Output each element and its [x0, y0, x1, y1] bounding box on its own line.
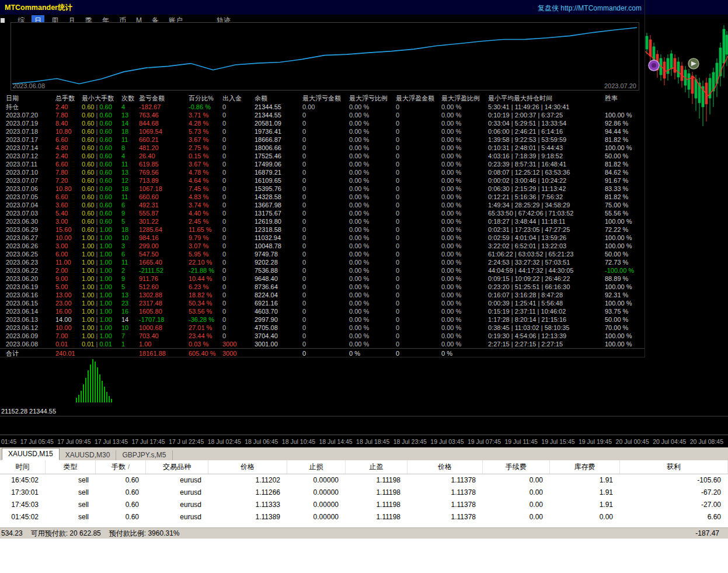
cell-deposit-withdrawal: 0: [222, 144, 255, 152]
cell-win-rate: 100.00 %: [605, 234, 642, 242]
tab-GBPJPY.s,M5[interactable]: GBPJPY.s,M5: [116, 450, 172, 460]
cell-max-float-profit: 0: [396, 307, 441, 315]
cell-max-float-loss: 0: [302, 119, 349, 127]
stats-col-header-5: 百分比%: [189, 93, 222, 103]
cell-min-max-lots: 1.00 | 1.00: [82, 315, 121, 324]
cell-holding-times: 1:39:58 | 9:22:53 | 53:59:59: [488, 136, 605, 144]
trades-col-header-5[interactable]: 止损: [287, 460, 346, 474]
stats-row[interactable]: 2023.07.122.400.60 | 0.60426.400.15 %017…: [0, 152, 645, 160]
cell-max-float-loss-pct: 0.00 %: [349, 160, 396, 168]
stats-col-header-0: 日期: [6, 93, 55, 103]
cell-date: 2023.06.15: [6, 299, 55, 307]
stats-row[interactable]: 2023.06.1210.001.00 | 1.00101000.6827.01…: [0, 324, 645, 332]
cell-symbol: eurusd: [146, 499, 208, 511]
cell-deposit-withdrawal: 0: [222, 217, 255, 225]
cell-percent: 2.75 %: [189, 144, 222, 152]
cell-win-rate: 83.33 %: [605, 185, 642, 193]
cell-min-max-lots: 1.00 | 1.00: [82, 283, 121, 291]
stats-row[interactable]: 2023.07.107.800.60 | 0.6013769.564.78 %0…: [0, 168, 645, 176]
stats-row[interactable]: 2023.06.2311.001.00 | 1.00111665.4022.10…: [0, 258, 645, 266]
stats-row[interactable]: 2023.06.209.001.00 | 1.009911.7610.44 %0…: [0, 275, 645, 283]
stats-row[interactable]: 2023.06.195.001.00 | 1.005512.606.23 %08…: [0, 283, 645, 291]
volume-bar: [111, 399, 112, 402]
cell-deposit-withdrawal: 0: [222, 160, 255, 168]
time-axis-label: 18 Jul 06:45: [245, 438, 278, 445]
trades-row[interactable]: 16:45:02sell0.60eurusd1.112020.000001.11…: [0, 474, 728, 487]
cell-max-float-loss: 0: [302, 168, 349, 176]
cell-count: 13: [121, 168, 139, 176]
stats-row[interactable]: 2023.07.198.400.60 | 0.6014844.684.28 %0…: [0, 119, 645, 127]
stats-row[interactable]: 2023.07.056.600.60 | 0.6011660.604.83 %0…: [0, 193, 645, 201]
trades-col-header-6[interactable]: 止盈: [346, 460, 407, 474]
stats-row[interactable]: 2023.07.176.600.60 | 0.6011660.213.67 %0…: [0, 136, 645, 144]
stats-row[interactable]: 2023.06.1314.001.00 | 1.0014-1707.18-36.…: [0, 315, 645, 324]
time-axis-label: 19 Jul 19:45: [579, 438, 612, 445]
cell-max-float-loss-pct: 0.00 %: [349, 307, 396, 315]
cell-min-max-lots: 1.00 | 1.00: [82, 242, 121, 250]
trades-col-header-0[interactable]: 时间: [0, 460, 46, 474]
cell-deposit-withdrawal: 0: [222, 315, 255, 324]
stats-row[interactable]: 2023.06.2710.001.00 | 1.0010984.169.79 %…: [0, 234, 645, 242]
stats-row[interactable]: 2023.07.043.600.60 | 0.606492.313.74 %01…: [0, 201, 645, 209]
total-cell-2: [82, 349, 121, 358]
cell-max-float-loss: 0: [302, 324, 349, 332]
stats-row[interactable]: 2023.07.0610.800.60 | 0.60181067.187.45 …: [0, 185, 645, 193]
stats-row[interactable]: 2023.07.144.800.60 | 0.608481.202.75 %01…: [0, 144, 645, 152]
cell-commission: 0.00: [483, 499, 550, 511]
cell-win-rate: 100.00 %: [605, 111, 642, 119]
trades-row[interactable]: 17:30:01sell0.60eurusd1.112660.000001.11…: [0, 487, 728, 499]
trades-col-header-9[interactable]: 库存费: [550, 460, 620, 474]
trades-row[interactable]: 17:45:03sell0.60eurusd1.113330.000001.11…: [0, 499, 728, 511]
stats-row[interactable]: 2023.07.1810.800.60 | 0.60181069.545.73 …: [0, 127, 645, 136]
window-title: MTCommander统计: [5, 3, 72, 13]
stats-row[interactable]: 2023.06.2915.600.60 | 1.00181285.6411.65…: [0, 225, 645, 234]
cell-type: sell: [46, 499, 96, 511]
trades-table: 时间类型手数/交易品种价格止损止盈价格手续费库存费获利16:45:02sell0…: [0, 460, 728, 523]
stats-row[interactable]: 2023.06.1416.001.00 | 1.00161605.8053.56…: [0, 307, 645, 315]
cell-max-float-profit-pct: 0.00 %: [441, 234, 488, 242]
stats-row[interactable]: 2023.06.303.000.60 | 0.605301.222.45 %01…: [0, 217, 645, 225]
cell-max-float-loss: 0: [302, 258, 349, 266]
window-title-link[interactable]: 复盘侠 http://MTCommander.com: [538, 4, 642, 13]
cell-max-float-profit: 0: [396, 152, 441, 160]
cell-max-float-profit-pct: 0.00 %: [441, 103, 488, 111]
trades-col-header-8[interactable]: 手续费: [483, 460, 550, 474]
cell-min-max-lots: 0.60 | 1.00: [82, 225, 121, 234]
cell-max-float-profit: 0: [396, 340, 441, 348]
stats-row[interactable]: 2023.06.1613.001.00 | 1.00131302.8818.82…: [0, 291, 645, 299]
cell-total-lots: 3.00: [55, 242, 82, 250]
trades-col-header-2[interactable]: 手数/: [96, 460, 146, 474]
trades-col-header-1[interactable]: 类型: [46, 460, 96, 474]
cell-max-float-loss: 0: [302, 315, 349, 324]
volume-bar: [90, 364, 91, 402]
stats-row[interactable]: 2023.07.116.600.60 | 0.6011619.853.67 %0…: [0, 160, 645, 168]
cell-max-float-loss-pct: 0.00 %: [349, 250, 396, 258]
stats-row[interactable]: 2023.06.080.010.01 | 0.0111.000.03 %3000…: [0, 340, 645, 348]
cell-max-float-loss: 0: [302, 185, 349, 193]
stats-row[interactable]: 2023.07.077.200.60 | 0.6012713.894.64 %0…: [0, 176, 645, 185]
cell-profit-loss: 481.20: [139, 144, 189, 152]
stats-row[interactable]: 2023.06.256.001.00 | 1.006547.505.95 %09…: [0, 250, 645, 258]
trades-col-header-7[interactable]: 价格: [407, 460, 483, 474]
cell-percent: 4.28 %: [189, 119, 222, 127]
total-cell-5: 605.40 %: [189, 349, 222, 358]
cell-date: 2023.06.27: [6, 234, 55, 242]
tab-XAUUSD,M15[interactable]: XAUUSD,M15: [2, 448, 60, 460]
cell-max-float-profit-pct: 0.00 %: [441, 160, 488, 168]
cell-win-rate: 100.00 %: [605, 283, 642, 291]
stats-row[interactable]: 2023.06.097.001.00 | 1.007703.4023.44 %0…: [0, 332, 645, 340]
tab-XAUUSD,M30[interactable]: XAUUSD,M30: [60, 450, 117, 460]
stats-row[interactable]: 2023.07.207.800.60 | 0.6013763.463.71 %0…: [0, 111, 645, 119]
time-axis-label: 17 Jul 13:45: [95, 438, 128, 445]
trades-col-header-10[interactable]: 获利: [620, 460, 728, 474]
cell-count: 13: [121, 111, 139, 119]
trades-row[interactable]: 01:45:02sell0.60eurusd1.113890.000001.11…: [0, 511, 728, 523]
stats-row[interactable]: 持仓2.400.60 | 0.604-182.67-0.86 %021344.5…: [0, 103, 645, 111]
trades-col-header-3[interactable]: 交易品种: [146, 460, 208, 474]
stats-row[interactable]: 2023.06.222.001.00 | 1.002-2111.52-21.88…: [0, 266, 645, 275]
stats-row[interactable]: 2023.06.263.001.00 | 1.003299.003.07 %01…: [0, 242, 645, 250]
trades-col-header-4[interactable]: 价格: [208, 460, 287, 474]
time-axis-label: 20 Jul 04:45: [653, 438, 686, 445]
stats-row[interactable]: 2023.06.1523.001.00 | 1.00232317.4850.34…: [0, 299, 645, 307]
stats-row[interactable]: 2023.07.035.400.60 | 0.609555.874.40 %01…: [0, 209, 645, 217]
